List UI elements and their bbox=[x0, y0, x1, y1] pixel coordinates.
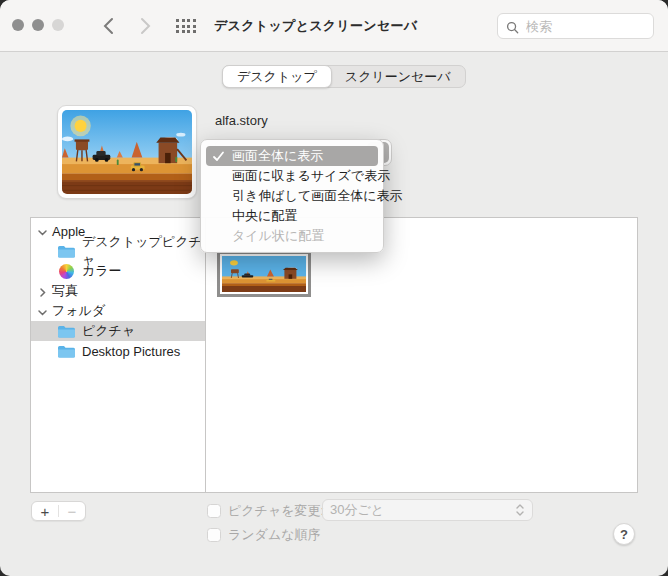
show-all-grid-icon[interactable] bbox=[176, 19, 200, 33]
interval-value: 30分ごと bbox=[330, 501, 384, 519]
change-picture-checkbox[interactable] bbox=[207, 504, 221, 518]
search-input[interactable] bbox=[524, 18, 645, 35]
menu-item-label: 中央に配置 bbox=[232, 208, 297, 223]
sidebar-item-colors[interactable]: カラー bbox=[31, 261, 205, 281]
menu-item-fill-screen[interactable]: 画面全体に表示 bbox=[206, 146, 378, 166]
chevron-right-icon[interactable] bbox=[37, 286, 48, 297]
wallpaper-thumbnail-image bbox=[222, 256, 306, 292]
source-panel: Apple デスクトップピクチャ カラー 写真 bbox=[30, 217, 638, 493]
wallpaper-collection bbox=[206, 218, 637, 492]
sidebar-item-label: ピクチャ bbox=[82, 322, 135, 340]
menu-item-tile: タイル状に配置 bbox=[206, 226, 378, 246]
sidebar-group-photos[interactable]: 写真 bbox=[31, 281, 205, 301]
colors-icon bbox=[59, 264, 74, 279]
remove-folder-button: − bbox=[59, 502, 85, 520]
random-order-checkbox[interactable] bbox=[207, 528, 221, 542]
traffic-light-zoom-icon[interactable] bbox=[52, 19, 64, 31]
menu-item-fit-to-screen[interactable]: 画面に収まるサイズで表示 bbox=[206, 166, 378, 186]
add-folder-button[interactable]: + bbox=[32, 502, 58, 520]
wallpaper-preview-image bbox=[62, 110, 192, 194]
wallpaper-thumbnail-selected[interactable] bbox=[217, 251, 311, 297]
search-field[interactable] bbox=[497, 13, 654, 39]
checkmark-icon bbox=[212, 149, 225, 162]
change-picture-row: ピクチャを変更: bbox=[207, 502, 324, 520]
menu-item-stretch[interactable]: 引き伸ばして画面全体に表示 bbox=[206, 186, 378, 206]
chevron-down-icon[interactable] bbox=[37, 306, 48, 317]
sidebar-item-pictures[interactable]: ピクチャ bbox=[31, 321, 205, 341]
interval-popup-button: 30分ごと bbox=[322, 499, 533, 521]
chevron-down-icon[interactable] bbox=[37, 226, 48, 237]
random-order-label: ランダムな順序 bbox=[228, 526, 321, 544]
up-down-chevrons-icon bbox=[515, 503, 525, 517]
sidebar-item-label: Apple bbox=[52, 224, 85, 239]
forward-icon[interactable] bbox=[137, 17, 153, 35]
menu-item-center[interactable]: 中央に配置 bbox=[206, 206, 378, 226]
wallpaper-preview-well bbox=[57, 105, 197, 199]
folder-icon bbox=[57, 324, 76, 339]
traffic-light-close-icon[interactable] bbox=[12, 19, 24, 31]
sidebar-item-label: 写真 bbox=[52, 282, 78, 300]
sidebar-item-label: Desktop Pictures bbox=[82, 344, 180, 359]
wallpaper-filename: alfa.story bbox=[215, 113, 268, 128]
menu-item-label: 画面に収まるサイズで表示 bbox=[232, 168, 390, 183]
menu-item-label: タイル状に配置 bbox=[232, 228, 324, 243]
sidebar-item-desktop-pictures-folder[interactable]: Desktop Pictures bbox=[31, 341, 205, 361]
sidebar-group-folders[interactable]: フォルダ bbox=[31, 301, 205, 321]
toolbar: デスクトップとスクリーンセーバ bbox=[0, 0, 668, 52]
tab-desktop[interactable]: デスクトップ bbox=[222, 65, 332, 88]
window-title: デスクトップとスクリーンセーバ bbox=[214, 17, 417, 35]
sidebar-item-desktop-pictures-apple[interactable]: デスクトップピクチャ bbox=[31, 241, 205, 261]
folder-icon bbox=[57, 344, 76, 359]
folder-icon bbox=[57, 244, 76, 259]
add-remove-control: + − bbox=[31, 501, 86, 521]
back-icon[interactable] bbox=[101, 17, 117, 35]
menu-item-label: 引き伸ばして画面全体に表示 bbox=[232, 188, 403, 203]
desktop-screensaver-window: デスクトップとスクリーンセーバ デスクトップ スクリーンセーバ bbox=[0, 0, 668, 576]
tab-bar: デスクトップ スクリーンセーバ bbox=[222, 65, 466, 88]
random-order-row: ランダムな順序 bbox=[207, 526, 321, 544]
menu-item-label: 画面全体に表示 bbox=[232, 148, 323, 163]
traffic-light-minimize-icon[interactable] bbox=[32, 19, 44, 31]
fill-mode-menu: 画面全体に表示 画面に収まるサイズで表示 引き伸ばして画面全体に表示 中央に配置… bbox=[200, 139, 384, 253]
help-button[interactable]: ? bbox=[613, 523, 635, 545]
search-icon bbox=[506, 20, 519, 33]
sidebar-item-label: カラー bbox=[82, 262, 122, 280]
change-picture-label: ピクチャを変更: bbox=[228, 502, 324, 520]
sidebar-item-label: フォルダ bbox=[52, 302, 105, 320]
tab-screensaver[interactable]: スクリーンセーバ bbox=[331, 66, 465, 87]
source-sidebar: Apple デスクトップピクチャ カラー 写真 bbox=[31, 218, 206, 492]
